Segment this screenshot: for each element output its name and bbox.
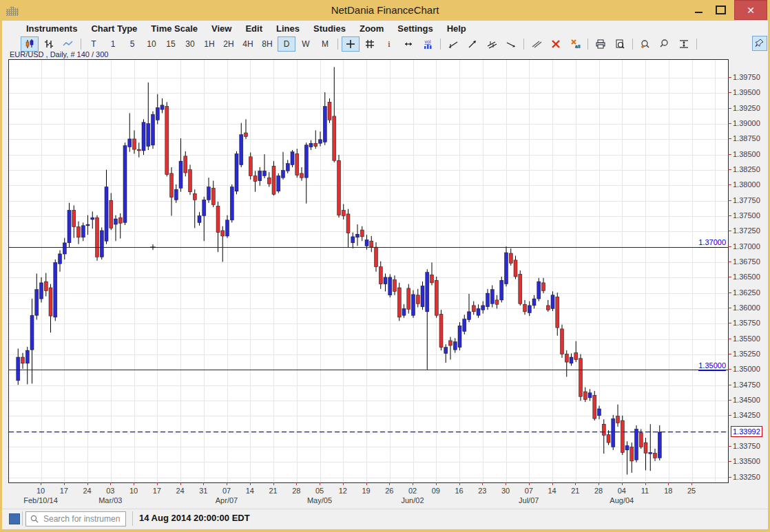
crosshair-icon <box>345 39 356 50</box>
price-tick <box>728 385 731 385</box>
print-preview-button[interactable] <box>611 36 629 52</box>
trendline-button[interactable] <box>444 36 462 52</box>
toolbar-separator <box>440 39 441 50</box>
time-tick <box>436 482 437 485</box>
time-axis[interactable]: 1017240310172431071421280512192602091623… <box>8 482 727 506</box>
parallel-channel-icon <box>486 39 497 50</box>
price-axis[interactable]: 1.33992 1.397501.395001.392501.390001.38… <box>727 59 768 482</box>
parallel-channel-button[interactable] <box>483 36 501 52</box>
minimize-button[interactable] <box>688 2 709 17</box>
delete-all-button[interactable]: all <box>566 36 584 52</box>
menu-settings[interactable]: Settings <box>391 22 439 36</box>
price-tick <box>728 292 731 293</box>
horizontal-line-label-2[interactable]: 1.35000 <box>698 361 726 371</box>
menu-chart-type[interactable]: Chart Type <box>84 22 144 36</box>
print-icon <box>595 39 606 50</box>
trendline-arrow-button[interactable] <box>464 36 481 52</box>
time-tick <box>668 482 669 485</box>
ray-arrow-icon <box>506 39 517 50</box>
menu-zoom[interactable]: Zoom <box>353 22 391 36</box>
price-axis-label: 1.39750 <box>733 73 760 81</box>
close-button[interactable]: ✕ <box>734 0 767 20</box>
fit-vertical-button[interactable] <box>675 36 693 52</box>
horizontal-expand-icon <box>403 39 414 50</box>
interval-button-30[interactable]: 30 <box>181 36 199 52</box>
pin-button[interactable] <box>752 36 767 51</box>
time-tick <box>691 482 692 485</box>
candlestick-chart-button[interactable] <box>21 36 39 52</box>
interval-button-m[interactable]: M <box>316 36 334 52</box>
menu-time-scale[interactable]: Time Scale <box>144 22 205 36</box>
price-tick <box>728 323 731 323</box>
time-tick <box>343 482 344 485</box>
interval-button-15[interactable]: 15 <box>162 36 180 52</box>
zoom-in-button[interactable] <box>636 36 654 52</box>
interval-button-10[interactable]: 10 <box>143 36 160 52</box>
crosshair-button[interactable] <box>342 36 360 52</box>
ray-arrow-button[interactable] <box>502 36 520 52</box>
window-title: NetDania FinanceChart <box>0 4 770 16</box>
menu-view[interactable]: View <box>205 22 238 36</box>
line-chart-button[interactable] <box>59 36 77 52</box>
delete-button[interactable] <box>547 36 565 52</box>
price-axis-label: 1.36750 <box>733 257 760 266</box>
price-tick <box>728 415 731 416</box>
ohlc-bars-button[interactable] <box>40 36 58 52</box>
menu-studies[interactable]: Studies <box>306 22 353 36</box>
interval-button-w[interactable]: W <box>297 36 315 52</box>
price-axis-label: 1.36000 <box>733 304 760 312</box>
time-tick <box>273 482 274 485</box>
menu-lines[interactable]: Lines <box>269 22 306 36</box>
interval-button-2h[interactable]: 2H <box>220 36 238 52</box>
time-tick <box>64 482 65 485</box>
svg-text:i: i <box>388 39 391 49</box>
interval-button-8h[interactable]: 8H <box>258 36 276 52</box>
price-tick <box>728 184 731 185</box>
ohlc-bars-icon <box>43 39 54 50</box>
print-button[interactable] <box>592 36 610 52</box>
time-tick <box>552 482 553 485</box>
month-axis-label: Apr/07 <box>202 496 251 504</box>
info-icon: i <box>384 39 395 50</box>
delete-icon <box>550 39 561 50</box>
svg-text:vol: vol <box>425 39 431 44</box>
price-axis-label: 1.36500 <box>733 273 760 281</box>
horizontal-line-label-1[interactable]: 1.37000 <box>698 238 726 248</box>
price-axis-label: 1.33500 <box>733 457 760 465</box>
maximize-button[interactable] <box>710 2 731 17</box>
interval-button-d[interactable]: D <box>278 36 295 52</box>
time-tick <box>157 482 158 485</box>
parallel-lines-button[interactable] <box>528 36 545 52</box>
volume-button[interactable]: vol <box>419 36 437 52</box>
interval-button-1[interactable]: 1 <box>104 36 122 52</box>
time-tick <box>227 482 227 485</box>
price-tick <box>728 400 731 401</box>
svg-text:all: all <box>575 44 581 49</box>
grid-button[interactable] <box>361 36 379 52</box>
price-axis-label: 1.37750 <box>733 196 760 204</box>
menu-edit[interactable]: Edit <box>238 22 269 36</box>
zoom-in-icon <box>640 39 651 50</box>
price-axis-label: 1.34500 <box>733 396 760 404</box>
time-tick <box>134 482 134 485</box>
price-axis-label: 1.39500 <box>733 88 760 96</box>
interval-button-t[interactable]: T <box>85 36 103 52</box>
price-tick <box>728 123 731 124</box>
time-tick <box>110 482 111 485</box>
price-axis-label: 1.37000 <box>733 242 760 251</box>
chart-instrument-label: EUR/USD , Daily, # 140 / 300 <box>10 50 108 58</box>
horizontal-expand-button[interactable] <box>399 36 417 52</box>
search-input[interactable] <box>42 513 122 524</box>
grid-icon <box>364 39 375 50</box>
info-button[interactable]: i <box>380 36 398 52</box>
menu-instruments[interactable]: Instruments <box>19 22 84 36</box>
interval-button-4h[interactable]: 4H <box>239 36 257 52</box>
instrument-search-box[interactable] <box>25 511 126 526</box>
interval-button-5[interactable]: 5 <box>123 36 141 52</box>
chart-plot-area[interactable]: 1.37000 1.35000 <box>8 59 729 483</box>
maximize-icon <box>716 6 726 14</box>
status-bar: 14 Aug 2014 20:00:00 EDT <box>2 509 768 528</box>
interval-button-1h[interactable]: 1H <box>200 36 218 52</box>
menu-help[interactable]: Help <box>440 22 473 36</box>
zoom-out-button[interactable] <box>656 36 674 52</box>
